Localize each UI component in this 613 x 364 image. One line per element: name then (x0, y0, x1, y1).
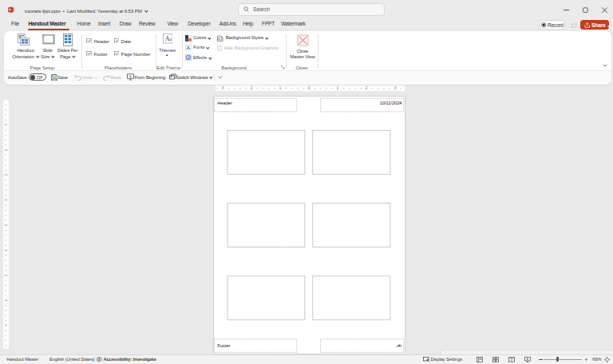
svg-text:1: 1 (4, 199, 8, 201)
svg-text:1: 1 (337, 86, 339, 90)
svg-text:0: 0 (4, 224, 8, 226)
svg-text:2: 2 (251, 86, 253, 90)
svg-text:1: 1 (4, 249, 8, 251)
svg-text:2: 2 (4, 173, 8, 176)
svg-text:3: 3 (394, 86, 397, 90)
svg-text:4: 4 (4, 124, 8, 126)
svg-text:3: 3 (4, 299, 8, 301)
svg-text:4: 4 (4, 324, 8, 326)
svg-text:A: A (187, 46, 191, 50)
svg-text:2: 2 (366, 86, 368, 90)
svg-text:0: 0 (308, 86, 310, 90)
svg-text:1: 1 (279, 86, 282, 90)
svg-text:3: 3 (222, 86, 224, 90)
svg-text:3: 3 (4, 148, 8, 151)
svg-text:2: 2 (4, 274, 8, 276)
